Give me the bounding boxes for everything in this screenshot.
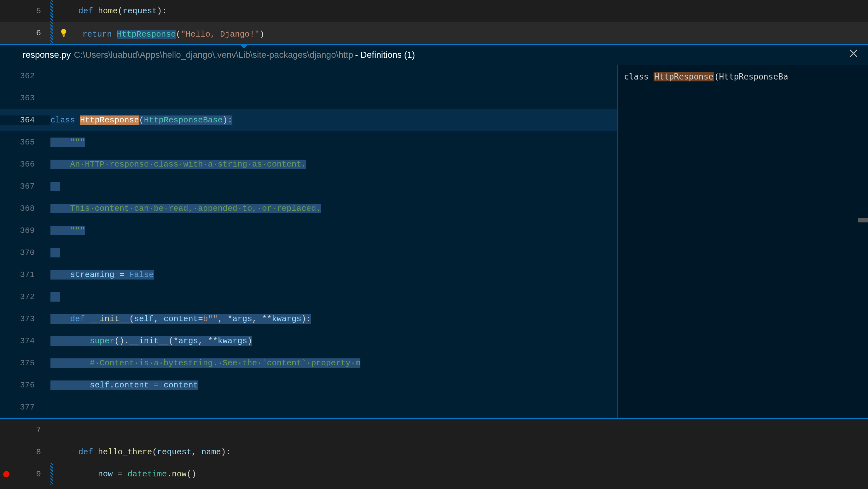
code-content[interactable]: ····streaming = False — [51, 270, 617, 280]
breakpoint-icon[interactable] — [3, 471, 9, 477]
peek-body: 362363364class HttpResponse(HttpResponse… — [0, 65, 868, 418]
modified-indicator — [51, 22, 53, 44]
peek-code-area[interactable]: 362363364class HttpResponse(HttpResponse… — [0, 65, 617, 418]
line-number: 370 — [0, 248, 51, 257]
reference-highlight: HttpResponse — [654, 72, 714, 81]
peek-filename: response.py — [23, 50, 71, 60]
line-number: 6 — [12, 28, 51, 38]
peek-code-line[interactable]: 369····""" — [0, 220, 617, 242]
code-content[interactable]: ····An·HTTP·response·class·with·a·string… — [51, 160, 617, 169]
code-content[interactable]: ········super().__init__(*args, **kwargs… — [51, 336, 617, 346]
peek-code-line[interactable]: 373····def __init__(self, content=b"", *… — [0, 308, 617, 330]
breakpoint-gutter[interactable] — [0, 471, 12, 477]
line-number: 7 — [12, 425, 51, 435]
line-number: 363 — [0, 93, 51, 103]
line-number: 377 — [0, 403, 51, 412]
code-editor: 5 def home(request):6 return HttpRespons… — [0, 0, 868, 489]
line-number: 366 — [0, 160, 51, 169]
code-content[interactable]: def home(request): — [59, 6, 868, 16]
close-icon[interactable] — [845, 48, 862, 62]
code-content[interactable] — [51, 292, 617, 301]
peek-definitions-count: - Definitions (1) — [355, 50, 415, 60]
code-content[interactable] — [51, 182, 617, 191]
modified-indicator — [51, 0, 53, 22]
code-content[interactable]: ········#·Content·is·a·bytestring.·See·t… — [51, 358, 617, 368]
code-content[interactable]: ····def __init__(self, content=b"", *arg… — [51, 314, 617, 324]
code-content[interactable]: class HttpResponse(HttpResponseBase): — [51, 115, 617, 125]
modified-indicator — [51, 463, 53, 485]
line-number: 369 — [0, 226, 51, 235]
code-content[interactable] — [51, 248, 617, 257]
peek-code-line[interactable]: 363 — [0, 87, 617, 109]
line-number: 8 — [12, 448, 51, 457]
line-number: 372 — [0, 292, 51, 301]
code-content[interactable]: ····""" — [51, 226, 617, 235]
peek-code-line[interactable]: 362 — [0, 65, 617, 87]
peek-code-line[interactable]: 365····""" — [0, 131, 617, 153]
peek-triangle-indicator — [240, 44, 248, 49]
main-editor-bottom[interactable]: 7 8 def hello_there(request, name):9 now… — [0, 419, 868, 485]
modified-indicator — [51, 419, 53, 441]
line-number: 376 — [0, 380, 51, 390]
peek-code-line[interactable]: 374········super().__init__(*args, **kwa… — [0, 330, 617, 352]
reference-suffix: (HttpResponseBa — [714, 72, 788, 81]
peek-code-line[interactable]: 366····An·HTTP·response·class·with·a·str… — [0, 153, 617, 175]
peek-code-line[interactable]: 368····This·content·can·be·read,·appende… — [0, 198, 617, 220]
minimap-scroll-indicator[interactable] — [858, 218, 868, 223]
line-number: 373 — [0, 314, 51, 324]
peek-code-line[interactable]: 377 — [0, 396, 617, 418]
code-content[interactable]: ········self.content = content — [51, 380, 617, 390]
code-line[interactable]: 7 — [0, 419, 868, 441]
code-content[interactable] — [59, 425, 868, 435]
line-number: 367 — [0, 182, 51, 191]
lightbulb-icon[interactable] — [59, 27, 69, 37]
code-content[interactable]: return HttpResponse("Hello, Django!") — [59, 27, 868, 39]
peek-code-line[interactable]: 371····streaming = False — [0, 264, 617, 286]
code-line[interactable]: 6 return HttpResponse("Hello, Django!") — [0, 22, 868, 44]
code-line[interactable]: 5 def home(request): — [0, 0, 868, 22]
line-number: 375 — [0, 358, 51, 368]
code-content[interactable]: now = datetime.now() — [59, 469, 868, 479]
peek-code-line[interactable]: 375········#·Content·is·a·bytestring.·Se… — [0, 352, 617, 374]
reference-prefix: class — [624, 72, 654, 81]
code-line[interactable]: 8 def hello_there(request, name): — [0, 441, 868, 463]
line-number: 368 — [0, 204, 51, 213]
line-number: 371 — [0, 270, 51, 280]
peek-reference-item[interactable]: class HttpResponse(HttpResponseBa — [618, 69, 868, 84]
line-number: 9 — [12, 469, 51, 479]
peek-definition-window: response.py C:\Users\luabud\Apps\hello_d… — [0, 44, 868, 419]
line-number: 365 — [0, 138, 51, 147]
code-content[interactable]: ····""" — [51, 138, 617, 147]
line-number: 374 — [0, 336, 51, 346]
line-number: 364 — [0, 115, 51, 125]
line-number: 362 — [0, 71, 51, 81]
peek-code-line[interactable]: 376········self.content = content — [0, 374, 617, 396]
code-content[interactable]: ····This·content·can·be·read,·appended·t… — [51, 204, 617, 213]
peek-code-line[interactable]: 364class HttpResponse(HttpResponseBase): — [0, 109, 617, 131]
code-content[interactable]: def hello_there(request, name): — [59, 448, 868, 457]
peek-code-line[interactable]: 370 — [0, 242, 617, 264]
main-editor-top[interactable]: 5 def home(request):6 return HttpRespons… — [0, 0, 868, 44]
peek-references-sidebar[interactable]: class HttpResponse(HttpResponseBa — [617, 65, 868, 418]
line-number: 5 — [12, 6, 51, 16]
peek-filepath: C:\Users\luabud\Apps\hello_django\.venv\… — [74, 50, 353, 60]
peek-header: response.py C:\Users\luabud\Apps\hello_d… — [0, 45, 868, 65]
modified-indicator — [51, 441, 53, 463]
peek-code-line[interactable]: 367 — [0, 175, 617, 198]
peek-code-line[interactable]: 372 — [0, 286, 617, 308]
code-line[interactable]: 9 now = datetime.now() — [0, 463, 868, 485]
